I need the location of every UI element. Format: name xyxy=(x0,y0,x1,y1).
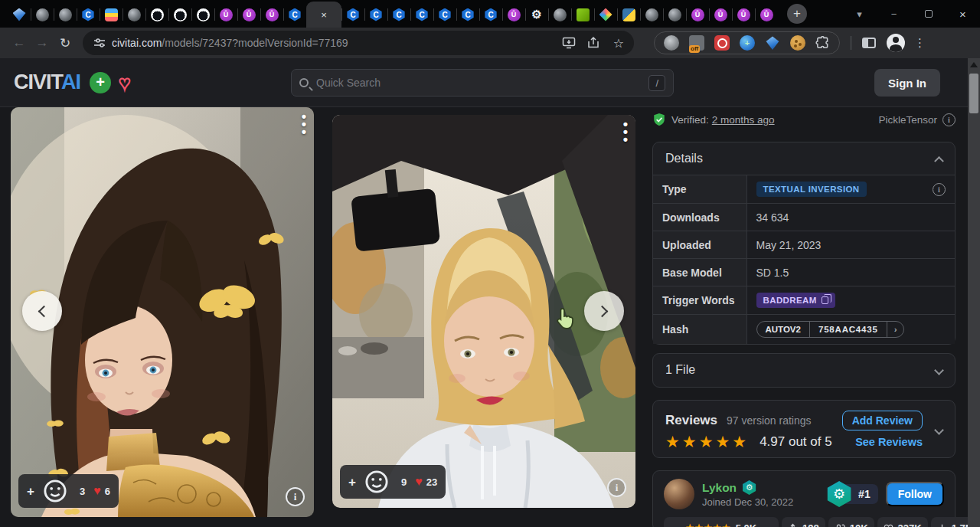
pinned-tab-globe[interactable] xyxy=(640,2,663,28)
carousel-next-button[interactable] xyxy=(584,291,624,331)
pinned-tab-civitai[interactable]: C xyxy=(433,2,456,28)
pinned-tab-gem[interactable] xyxy=(8,2,31,28)
image-info-icon[interactable]: i xyxy=(286,487,305,506)
site-settings-icon[interactable] xyxy=(93,37,106,49)
thumbs-up-reaction[interactable]: 9 xyxy=(397,476,407,488)
pinned-tab-nvidia[interactable] xyxy=(571,2,594,28)
close-window-button[interactable]: × xyxy=(946,0,980,28)
pinned-tab-civitai[interactable]: C xyxy=(283,2,306,28)
extension-red-o-icon[interactable] xyxy=(714,35,730,51)
pinned-tab-prism[interactable] xyxy=(594,2,617,28)
add-review-button[interactable]: Add Review xyxy=(842,411,923,430)
create-button[interactable]: + xyxy=(90,72,111,93)
extension-gem-icon[interactable] xyxy=(765,35,780,51)
pinned-tab-gear[interactable]: ⚙ xyxy=(525,2,548,28)
pinned-tab-civitai[interactable]: C xyxy=(387,2,410,28)
forward-button[interactable]: → xyxy=(31,31,54,54)
creator-name-link[interactable]: Lykon xyxy=(702,481,737,495)
type-info-icon[interactable]: i xyxy=(933,183,946,196)
scrollbar-up-arrow[interactable] xyxy=(970,62,978,67)
tab-list[interactable]: CÛÛÛC×CCCCCCCÛ⚙ÛÛÛÛ xyxy=(8,0,778,28)
pinned-tab-civitai[interactable]: C xyxy=(364,2,387,28)
extensions-puzzle-icon[interactable] xyxy=(815,36,830,51)
install-icon[interactable] xyxy=(562,36,576,50)
browser-profile-avatar[interactable] xyxy=(887,34,905,52)
thumbs-up-reaction[interactable]: 3 xyxy=(76,486,85,497)
favorites-heart-icon[interactable]: ♥ xyxy=(119,73,130,93)
pinned-tab-github[interactable] xyxy=(145,2,168,28)
pinned-tab-ubadge[interactable]: Û xyxy=(709,2,732,28)
side-panel-icon[interactable] xyxy=(862,38,876,48)
tab-search-icon[interactable]: ▾ xyxy=(842,0,877,28)
active-tab[interactable]: × xyxy=(306,2,341,28)
base-model-value: SD 1.5 xyxy=(746,259,955,286)
pinned-tab-globe[interactable] xyxy=(122,2,145,28)
follow-button[interactable]: Follow xyxy=(886,482,944,506)
files-panel[interactable]: 1 File xyxy=(652,353,956,388)
image-menu-icon[interactable]: ••• xyxy=(623,121,628,144)
heart-reaction[interactable]: ♥ 23 xyxy=(415,476,437,488)
heart-icon: ♥ xyxy=(415,476,423,488)
pinned-tab-civitai[interactable]: C xyxy=(456,2,479,28)
pinned-tab-globe[interactable] xyxy=(663,2,686,28)
hash-pill[interactable]: AUTOV2 758AAC4435 › xyxy=(756,321,905,338)
tab-close-icon[interactable]: × xyxy=(321,9,327,21)
trigger-word-badge[interactable]: BADDREAM xyxy=(756,293,835,308)
heart-reaction[interactable]: ♥ 6 xyxy=(93,485,110,497)
pinned-tab-github[interactable] xyxy=(191,2,214,28)
url-text[interactable]: civitai.com/models/72437?modelVersionId=… xyxy=(112,37,348,49)
pinned-tab-globe[interactable] xyxy=(548,2,571,28)
users-icon xyxy=(835,523,845,527)
scrollbar-thumb[interactable] xyxy=(969,74,978,113)
pinned-tab-github[interactable] xyxy=(168,2,191,28)
github-favicon-icon xyxy=(197,8,210,21)
extension-blue-globe-icon[interactable] xyxy=(740,35,755,51)
search-input[interactable]: Quick Search / xyxy=(291,69,674,97)
address-bar[interactable]: civitai.com/models/72437?modelVersionId=… xyxy=(83,31,634,55)
pinned-tab-globe[interactable] xyxy=(31,2,54,28)
pinned-tab-ubadge[interactable]: Û xyxy=(755,2,778,28)
extension-cookie-icon[interactable] xyxy=(790,35,805,51)
pinned-tab-python[interactable] xyxy=(617,2,640,28)
creator-followers-stat: 10K xyxy=(828,517,874,527)
sign-in-button[interactable]: Sign In xyxy=(874,69,940,97)
details-header[interactable]: Details xyxy=(653,142,955,175)
pinned-tab-ubadge[interactable]: Û xyxy=(260,2,283,28)
back-button[interactable]: ← xyxy=(8,31,31,54)
page-scrollbar[interactable] xyxy=(968,58,980,527)
extension-globe-icon[interactable] xyxy=(664,35,679,51)
pinned-tab-ubadge[interactable]: Û xyxy=(214,2,237,28)
smiley-icon[interactable] xyxy=(364,470,389,494)
carousel-prev-button[interactable] xyxy=(22,291,62,331)
ubadge-favicon-icon: Û xyxy=(243,8,256,21)
pinned-tab-ubadge[interactable]: Û xyxy=(732,2,755,28)
image-menu-icon[interactable]: ••• xyxy=(302,113,306,136)
bookmark-star-icon[interactable]: ☆ xyxy=(611,31,626,54)
pinned-tab-civitai[interactable]: C xyxy=(479,2,502,28)
reload-button[interactable]: ↻ xyxy=(54,31,77,54)
image-info-icon[interactable]: i xyxy=(607,478,626,497)
smiley-icon[interactable] xyxy=(43,479,67,503)
pinned-tab-civitai[interactable]: C xyxy=(410,2,433,28)
pinned-tab-market[interactable] xyxy=(100,2,122,28)
minimize-button[interactable]: − xyxy=(877,0,911,28)
new-tab-button[interactable]: + xyxy=(787,4,807,24)
pinned-tab-ubadge[interactable]: Û xyxy=(686,2,709,28)
share-icon[interactable] xyxy=(586,36,600,50)
pinned-tab-globe[interactable] xyxy=(54,2,77,28)
extension-off-icon[interactable]: off xyxy=(689,35,704,51)
pinned-tab-ubadge[interactable]: Û xyxy=(502,2,525,28)
add-reaction-plus-icon[interactable]: + xyxy=(348,476,356,489)
pinned-tab-civitai[interactable]: C xyxy=(77,2,100,28)
format-info-icon[interactable]: i xyxy=(942,113,956,126)
pinned-tab-ubadge[interactable]: Û xyxy=(237,2,260,28)
browser-menu-icon[interactable]: ⋮ xyxy=(914,36,926,50)
see-reviews-link[interactable]: See Reviews xyxy=(855,436,923,448)
pinned-tab-civitai[interactable]: C xyxy=(341,2,364,28)
maximize-button[interactable] xyxy=(911,0,946,28)
add-reaction-plus-icon[interactable]: + xyxy=(27,485,34,498)
creator-avatar[interactable] xyxy=(664,479,694,509)
verified-time-link[interactable]: 2 months ago xyxy=(712,114,775,126)
hash-expand-chevron[interactable]: › xyxy=(887,322,904,337)
civitai-logo[interactable]: CIVITAI xyxy=(14,70,80,95)
